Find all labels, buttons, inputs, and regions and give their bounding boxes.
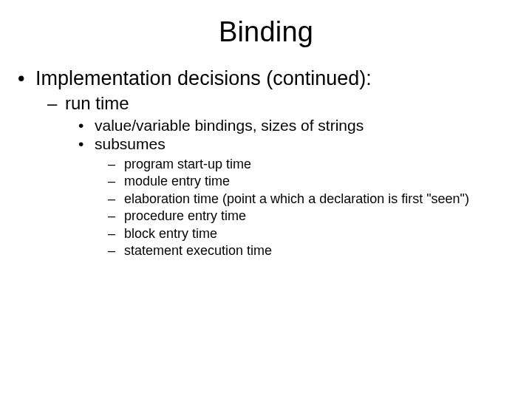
bullet-list-l3: value/variable bindings, sizes of string… [65,117,517,260]
bullet-l1-text: Implementation decisions (continued): [35,67,372,89]
slide-title: Binding [0,0,532,61]
bullet-l3b-text: subsumes [95,135,166,152]
bullet-l4: program start-up time [124,156,517,173]
bullet-l3a-text: value/variable bindings, sizes of string… [95,117,364,134]
bullet-l4-text: program start-up time [124,157,251,171]
bullet-l4: statement execution time [124,242,517,259]
bullet-l4-text: elaboration time (point a which a declar… [124,191,469,206]
bullet-l4: elaboration time (point a which a declar… [124,191,517,208]
bullet-list-l4: program start-up time module entry time … [95,156,517,259]
bullet-list-l1: Implementation decisions (continued): ru… [15,67,517,265]
bullet-l4: module entry time [124,173,517,190]
bullet-l3: value/variable bindings, sizes of string… [95,117,517,135]
slide: Binding Implementation decisions (contin… [0,0,532,399]
bullet-l4: block entry time [124,225,517,242]
bullet-l4-text: block entry time [124,226,217,241]
bullet-l3: subsumes program start-up time module en… [95,135,517,260]
bullet-l1: Implementation decisions (continued): ru… [35,67,517,265]
bullet-l2: run time value/variable bindings, sizes … [65,93,517,262]
bullet-l4-text: procedure entry time [124,208,246,223]
bullet-l4-text: module entry time [124,174,230,188]
slide-body: Implementation decisions (continued): ru… [0,67,532,265]
bullet-l2-text: run time [65,93,129,113]
bullet-l4: procedure entry time [124,208,517,225]
bullet-list-l2: run time value/variable bindings, sizes … [35,93,517,262]
bullet-l4-text: statement execution time [124,243,272,258]
